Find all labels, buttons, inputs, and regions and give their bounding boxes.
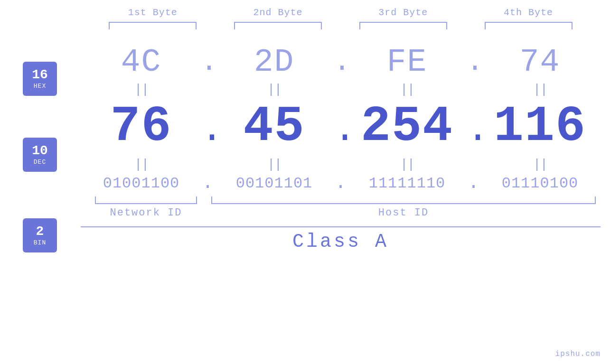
bin-badge-label: BIN — [34, 239, 46, 246]
hex-dot1: . — [201, 48, 215, 76]
bracket-top-2 — [234, 22, 322, 29]
byte2-header: 2nd Byte — [226, 7, 330, 18]
hex-badge-label: HEX — [34, 83, 46, 90]
bin-byte2: 00101101 — [222, 175, 327, 192]
center-content: 1st Byte 2nd Byte 3rd Byte 4th Byte 4C .… — [76, 7, 605, 256]
bottom-brackets-row — [76, 196, 605, 204]
bin-dot2: . — [334, 174, 348, 193]
dec-dot1: . — [201, 111, 215, 149]
dec-row: 76 . 45 . 254 . 116 — [76, 99, 605, 155]
eq1-b3: || — [355, 82, 460, 97]
bottom-labels: Network ID Host ID — [76, 207, 605, 219]
dec-badge-num: 10 — [32, 144, 48, 159]
hex-byte2: 2D — [222, 44, 327, 80]
hex-badge: 16 HEX — [23, 62, 57, 96]
bracket-top-4 — [485, 22, 572, 29]
hex-byte4: 74 — [488, 44, 592, 80]
bin-dot3: . — [467, 174, 481, 193]
eq1-b2: || — [222, 82, 327, 97]
dec-dot3: . — [467, 111, 481, 149]
top-brackets — [76, 22, 605, 29]
host-id-label: Host ID — [211, 207, 596, 219]
bracket-top-1 — [109, 22, 197, 29]
class-section: Class A — [76, 226, 605, 256]
bracket-bottom-network — [95, 196, 197, 204]
network-id-label: Network ID — [95, 207, 197, 219]
page-wrapper: 16 HEX 10 DEC 2 BIN 1st Byte 2nd Byte 3r… — [0, 0, 610, 364]
hex-byte1: 4C — [89, 44, 194, 80]
bracket-bottom-host — [211, 196, 596, 204]
dec-byte2: 45 — [222, 99, 327, 155]
bin-byte4: 01110100 — [488, 175, 592, 192]
bin-dot1: . — [201, 174, 215, 193]
dec-badge: 10 DEC — [23, 138, 57, 172]
bin-badge: 2 BIN — [23, 218, 57, 252]
eq2-b4: || — [488, 157, 592, 172]
dec-byte4: 116 — [488, 99, 592, 155]
equals-row-1: || || || || — [76, 80, 605, 99]
bin-badge-num: 2 — [36, 224, 44, 239]
eq2-b3: || — [355, 157, 460, 172]
dec-byte1: 76 — [89, 99, 194, 155]
bin-row: 01001100 . 00101101 . 11111110 . 0111010… — [76, 174, 605, 193]
hex-badge-num: 16 — [32, 68, 48, 83]
eq1-b1: || — [89, 82, 194, 97]
byte-headers: 1st Byte 2nd Byte 3rd Byte 4th Byte — [76, 7, 605, 18]
hex-byte3: FE — [355, 44, 460, 80]
hex-dot2: . — [334, 48, 348, 76]
hex-row: 4C . 2D . FE . 74 — [76, 44, 605, 80]
class-label: Class A — [81, 227, 601, 256]
dec-dot2: . — [334, 111, 348, 149]
dec-byte3: 254 — [355, 99, 460, 155]
bracket-top-3 — [359, 22, 447, 29]
eq2-b2: || — [222, 157, 327, 172]
byte3-header: 3rd Byte — [351, 7, 455, 18]
eq1-b4: || — [488, 82, 592, 97]
bin-byte3: 11111110 — [355, 175, 460, 192]
eq2-b1: || — [89, 157, 194, 172]
bin-byte1: 01001100 — [89, 175, 194, 192]
dec-badge-label: DEC — [34, 159, 46, 166]
equals-row-2: || || || || — [76, 155, 605, 174]
byte1-header: 1st Byte — [101, 7, 205, 18]
hex-dot3: . — [467, 48, 481, 76]
watermark: ipshu.com — [555, 350, 601, 358]
byte4-header: 4th Byte — [476, 7, 581, 18]
